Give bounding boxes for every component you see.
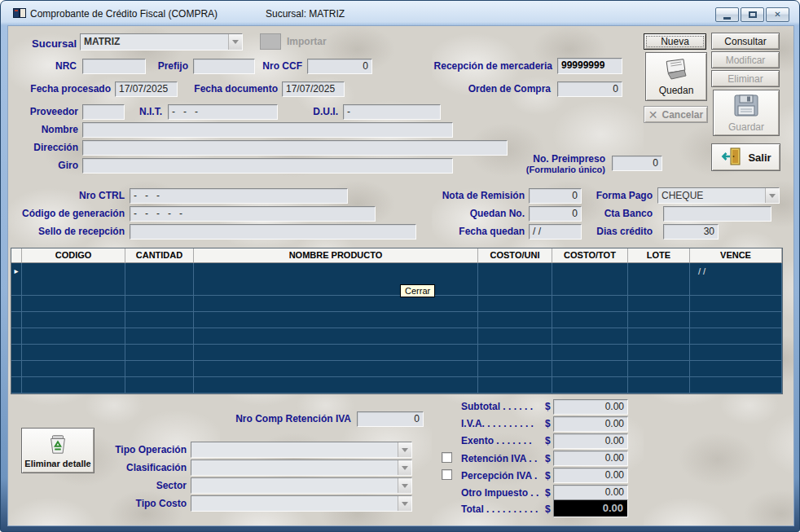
close-icon: ✕ [774, 11, 780, 19]
grid-col-nombre-producto: NOMBRE PRODUCTO [194, 248, 478, 263]
table-row[interactable] [11, 345, 782, 361]
grid-cell [628, 328, 690, 345]
table-row[interactable]: ▸/ / [11, 263, 782, 279]
tooltip-cerrar: Cerrar [400, 284, 435, 297]
clasificacion-select[interactable] [191, 459, 412, 476]
direccion-label: Dirección [24, 143, 78, 153]
minimize-button[interactable] [715, 7, 739, 22]
grid-cell: / / [690, 263, 782, 280]
dias-credito-input[interactable]: 30 [663, 224, 719, 240]
total-value: 0.00 [553, 499, 628, 517]
fecha-procesado-input[interactable]: 17/07/2025 [115, 81, 178, 97]
table-row[interactable] [11, 328, 782, 345]
grid-cell [478, 328, 552, 345]
nota-remision-input[interactable]: 0 [529, 188, 582, 204]
dropdown-arrow-icon[interactable] [398, 496, 411, 511]
modificar-button[interactable]: Modificar [711, 51, 780, 68]
tipo-costo-select[interactable] [191, 495, 412, 512]
percepcion-iva-checkbox[interactable] [442, 469, 452, 480]
grid-body: ▸/ / [11, 263, 782, 394]
nrc-input[interactable] [82, 59, 146, 74]
cancel-x-icon: ✕ [648, 109, 658, 121]
grid-cell [690, 361, 782, 377]
guardar-button[interactable]: Guardar [713, 90, 780, 136]
sello-label: Sello de recepción [29, 226, 125, 237]
retencion-iva-checkbox[interactable] [442, 452, 452, 463]
quedan-no-input[interactable]: 0 [529, 206, 582, 222]
grid-cell [552, 296, 628, 312]
giro-input[interactable] [82, 158, 453, 174]
window-controls: ✕ [715, 7, 789, 22]
tipo-operacion-select[interactable] [191, 442, 412, 458]
grid-cell [478, 279, 552, 296]
row-selector-cell [11, 312, 22, 328]
eliminar-detalle-button[interactable]: Eliminar detalle [21, 428, 95, 473]
grid-cell [194, 345, 478, 361]
nro-comp-retencion-input[interactable]: 0 [357, 411, 424, 427]
codigo-generacion-input[interactable]: - - - - - [130, 206, 376, 222]
dui-input[interactable]: - [343, 104, 441, 120]
grid-cell [478, 377, 552, 394]
title-bar[interactable]: Comprobante de Crédito Fiscal (COMPRA) S… [1, 1, 799, 25]
nro-ctrl-input[interactable]: - - - [130, 188, 348, 204]
sello-input[interactable] [130, 224, 416, 240]
grid-cell [690, 279, 782, 296]
eliminar-button[interactable]: Eliminar [711, 70, 780, 87]
grid-cell [552, 361, 628, 377]
forma-pago-select[interactable]: CHEQUE [657, 187, 780, 204]
salir-button[interactable]: Salir [711, 143, 780, 171]
grid-cell [194, 279, 478, 296]
orden-compra-input[interactable]: 0 [557, 81, 622, 97]
preimpreso-input[interactable]: 0 [612, 156, 662, 171]
app-window: Comprobante de Crédito Fiscal (COMPRA) S… [0, 0, 800, 532]
grid-cell [194, 361, 478, 377]
grid-cell [22, 296, 125, 312]
quedan-button[interactable]: Quedan [645, 52, 707, 101]
nombre-input[interactable] [82, 122, 453, 138]
grid-cell [628, 279, 690, 296]
cta-banco-input[interactable] [663, 206, 771, 222]
recepcion-label: Recepción de mercaderia [420, 61, 552, 72]
detail-grid[interactable]: CODIGO CANTIDAD NOMBRE PRODUCTO COSTO/UN… [11, 248, 783, 394]
dropdown-arrow-icon[interactable] [398, 460, 411, 475]
table-row[interactable] [11, 361, 782, 377]
consultar-button[interactable]: Consultar [711, 33, 780, 50]
fecha-quedan-input[interactable]: / / [529, 224, 582, 240]
fecha-documento-input[interactable]: 17/07/2025 [282, 81, 345, 97]
dropdown-arrow-icon[interactable] [765, 188, 779, 203]
dropdown-arrow-icon[interactable] [398, 478, 411, 493]
table-row[interactable] [11, 279, 782, 296]
grid-cell [478, 263, 552, 280]
row-selector-cell [11, 328, 22, 345]
recepcion-input[interactable]: 99999999 [557, 58, 622, 74]
grid-cell [690, 312, 782, 328]
grid-col-costo-tot: COSTO/TOT [552, 248, 628, 263]
table-row[interactable] [11, 377, 782, 394]
retencion-iva-currency: $ [545, 454, 553, 464]
window-title: Comprobante de Crédito Fiscal (COMPRA) [30, 8, 218, 20]
iva-value: 0.00 [553, 416, 628, 432]
nit-input[interactable]: - - - [168, 104, 278, 120]
sucursal-value: MATRIZ [81, 34, 228, 50]
dui-label: D.U.I. [304, 107, 338, 117]
nro-ctrl-label: Nro CTRL [74, 191, 125, 201]
maximize-button[interactable] [741, 7, 764, 22]
prefijo-input[interactable] [193, 59, 255, 74]
sector-select[interactable] [191, 477, 412, 494]
grid-cell [125, 345, 194, 361]
proveedor-input[interactable] [82, 104, 125, 120]
direccion-input[interactable] [82, 140, 508, 156]
importar-button[interactable]: Importar [260, 33, 349, 51]
close-button[interactable]: ✕ [766, 7, 789, 22]
nro-ccf-input[interactable]: 0 [307, 59, 372, 74]
cancelar-button[interactable]: ✕ Cancelar [644, 106, 708, 123]
nueva-button[interactable]: Nueva [644, 33, 706, 50]
grid-cell [125, 328, 194, 345]
table-row[interactable] [11, 296, 782, 312]
dropdown-arrow-icon[interactable] [228, 34, 242, 50]
sucursal-select[interactable]: MATRIZ [80, 33, 243, 51]
table-row[interactable] [11, 312, 782, 328]
dropdown-arrow-icon[interactable] [398, 442, 411, 457]
nombre-label: Nombre [24, 125, 78, 135]
grid-cell [552, 345, 628, 361]
